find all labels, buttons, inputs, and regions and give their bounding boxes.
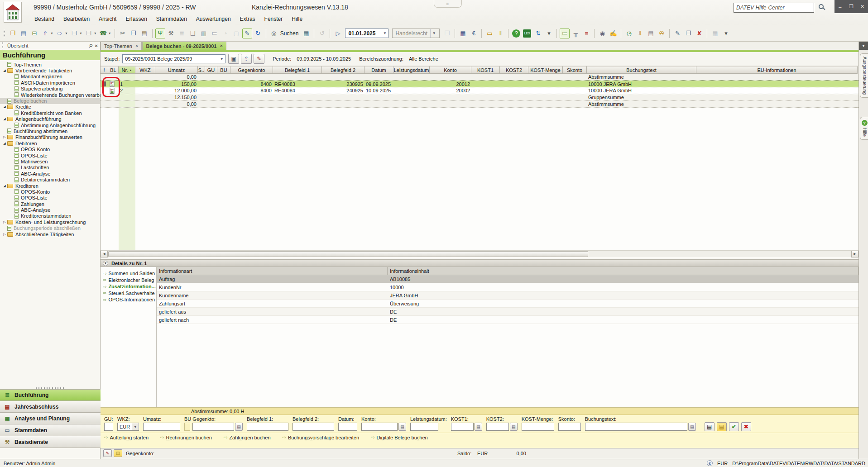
booking-row[interactable]: 0,00Abstimmsumme bbox=[101, 74, 858, 81]
sidebar-grip[interactable] bbox=[2, 42, 3, 49]
beleg-link-icon[interactable] bbox=[110, 88, 115, 94]
tab-close-icon[interactable]: ✕ bbox=[220, 44, 223, 48]
entry-input[interactable] bbox=[143, 423, 180, 431]
cell-beleg1[interactable] bbox=[273, 74, 322, 80]
compare-columns-icon[interactable]: ‖ bbox=[495, 29, 505, 38]
cell-datum[interactable]: 09.09.2025 bbox=[364, 81, 393, 87]
entry-input[interactable] bbox=[410, 423, 438, 431]
menu-extras[interactable]: Extras bbox=[236, 14, 259, 24]
scroll-right-icon[interactable]: ▶ bbox=[851, 251, 858, 257]
cell-beleg2[interactable] bbox=[322, 94, 364, 100]
cell-gu[interactable] bbox=[205, 101, 217, 107]
lookup-selector-icon[interactable]: ▤ bbox=[475, 423, 482, 431]
chevron-down-icon[interactable]: ▼ bbox=[50, 32, 53, 35]
close-icon[interactable]: ✕ bbox=[95, 43, 98, 48]
module-nav-analyse-und-planung[interactable]: ▦Analyse und Planung bbox=[0, 413, 101, 424]
menu-bestand[interactable]: Bestand bbox=[31, 14, 58, 24]
tab-close-icon[interactable]: ✕ bbox=[135, 44, 139, 48]
cell-bu[interactable] bbox=[217, 74, 230, 80]
cell-gu[interactable] bbox=[205, 81, 217, 87]
sidebar-item-abschließende-tätigkeiten[interactable]: ▷Abschließende Tätigkeiten bbox=[0, 231, 100, 237]
cell-umsatz[interactable]: 12.000,00 bbox=[155, 87, 198, 94]
entry-input[interactable] bbox=[451, 423, 474, 431]
cell-kostmenge[interactable] bbox=[528, 101, 563, 107]
help-search-input[interactable] bbox=[734, 3, 814, 12]
cell-excl[interactable] bbox=[101, 101, 108, 107]
confirm-booking-button[interactable]: ✔ bbox=[729, 422, 739, 431]
sidebar-item-debitorenstammdaten[interactable]: Debitorenstammdaten bbox=[0, 176, 100, 182]
cell-umsatz[interactable]: 0,00 bbox=[155, 74, 198, 80]
sidebar-item-top-themen[interactable]: Top-Themen bbox=[0, 62, 100, 67]
restore-button[interactable]: ❐ bbox=[847, 4, 856, 10]
cut-icon[interactable]: ✂ bbox=[118, 29, 128, 38]
cell-eu[interactable] bbox=[696, 94, 858, 100]
cell-beleg2[interactable]: 240925 bbox=[322, 87, 364, 94]
cell-bl[interactable] bbox=[108, 87, 119, 94]
menu-hilfe[interactable]: Hilfe bbox=[288, 14, 306, 24]
cell-text[interactable]: Abstimmsumme bbox=[587, 74, 696, 80]
cell-kost2[interactable] bbox=[500, 94, 528, 100]
note-attach-button[interactable]: ▤ bbox=[717, 422, 727, 431]
toolbar-grip[interactable] bbox=[4, 30, 5, 37]
entry-input[interactable] bbox=[558, 423, 581, 431]
print-icon[interactable]: ⊟ bbox=[29, 29, 39, 38]
column-header-belegfeld-2[interactable]: Belegfeld 2 bbox=[322, 66, 364, 74]
cell-kost1[interactable] bbox=[471, 87, 500, 94]
cell-gegenkonto[interactable]: 8400 bbox=[230, 87, 273, 94]
info-row-kundenname[interactable]: KundennameJERA GmbH bbox=[157, 291, 858, 300]
cell-bu[interactable] bbox=[217, 87, 230, 94]
expander-open-icon[interactable]: ◢ bbox=[2, 117, 7, 121]
column-header-nr[interactable]: Nr.▲ bbox=[119, 66, 135, 74]
cell-kost2[interactable] bbox=[500, 81, 528, 87]
person-document-icon[interactable]: ◉ bbox=[597, 29, 607, 38]
module-nav-buchführung[interactable]: ≣Buchführung bbox=[0, 389, 101, 401]
column-header-belegfeld-1[interactable]: Belegfeld 1 bbox=[273, 66, 322, 74]
cell-kostmenge[interactable] bbox=[528, 74, 563, 80]
entry-input[interactable] bbox=[293, 423, 334, 431]
cell-text[interactable]: Gruppensumme bbox=[587, 94, 696, 100]
pin-icon[interactable]: ⚲ bbox=[87, 42, 94, 49]
expander-closed-icon[interactable]: ▷ bbox=[2, 135, 7, 139]
column-header-wkz[interactable]: WKZ bbox=[135, 66, 155, 74]
chevron-down-icon[interactable]: ▼ bbox=[108, 32, 111, 35]
sidebar-item-zahlungen[interactable]: Zahlungen bbox=[0, 201, 100, 207]
cell-bu[interactable] bbox=[217, 81, 230, 87]
list-view-icon[interactable]: ≔ bbox=[560, 29, 570, 38]
info-row-auftrag[interactable]: AuftragAB10085 bbox=[157, 275, 858, 283]
column-header-skonto[interactable]: Skonto bbox=[563, 66, 587, 74]
sidebar-item-kosten-und-leistungsrechnung[interactable]: ▷Kosten- und Leistungsrechnung bbox=[0, 219, 100, 225]
expander-closed-icon[interactable]: ▷ bbox=[2, 220, 7, 224]
column-header-kost-menge[interactable]: KOST-Menge bbox=[528, 66, 563, 74]
cell-bu[interactable] bbox=[217, 101, 230, 107]
window-switch-icon[interactable]: ❒ bbox=[69, 29, 79, 38]
edit-document-icon[interactable]: ✎ bbox=[103, 449, 112, 457]
panel-collapse-button[interactable]: ▼ bbox=[859, 42, 868, 50]
duplicate-icon[interactable]: ❑ bbox=[188, 29, 198, 38]
document-delete-icon[interactable]: ✘ bbox=[694, 29, 704, 38]
window-layout-icon[interactable]: ❒ bbox=[84, 29, 94, 38]
cell-kostmenge[interactable] bbox=[528, 94, 563, 100]
wkz-select[interactable]: EUR▼ bbox=[117, 423, 139, 431]
sync-icon[interactable]: ⇅ bbox=[533, 29, 543, 38]
cell-text[interactable]: Abstimmsumme bbox=[587, 101, 696, 107]
help-search-box[interactable] bbox=[734, 3, 814, 13]
sidebar-item-kreditoren[interactable]: ◢Kreditoren bbox=[0, 183, 100, 189]
search-window-icon[interactable]: ◎ bbox=[269, 29, 279, 38]
cell-skonto[interactable] bbox=[563, 81, 587, 87]
cell-beleg2[interactable] bbox=[322, 101, 364, 107]
cell-text[interactable]: 10000 JERA GmbH bbox=[587, 87, 696, 94]
cell-excl[interactable] bbox=[101, 74, 108, 80]
import-note-icon[interactable]: ⇩ bbox=[635, 29, 645, 38]
cell-wkz[interactable] bbox=[135, 87, 155, 94]
sidebar-item-opos-liste[interactable]: OPOS-Liste bbox=[0, 195, 100, 201]
document-copy-icon[interactable]: ❐ bbox=[683, 29, 693, 38]
menu-stammdaten[interactable]: Stammdaten bbox=[153, 14, 191, 24]
lookup-selector-icon[interactable]: ▤ bbox=[688, 423, 696, 431]
cell-leistung[interactable] bbox=[393, 74, 430, 80]
document-export-icon[interactable]: ▤ bbox=[19, 29, 29, 38]
booking-row[interactable]: 1150,008400RE4008323092509.09.2025200121… bbox=[101, 81, 858, 87]
signature-icon[interactable]: ✍ bbox=[608, 29, 618, 38]
stapel-edit-button[interactable]: ✎ bbox=[254, 54, 264, 64]
menu-auswertungen[interactable]: Auswertungen bbox=[192, 14, 235, 24]
archive-case-icon[interactable]: ▭ bbox=[484, 29, 494, 38]
